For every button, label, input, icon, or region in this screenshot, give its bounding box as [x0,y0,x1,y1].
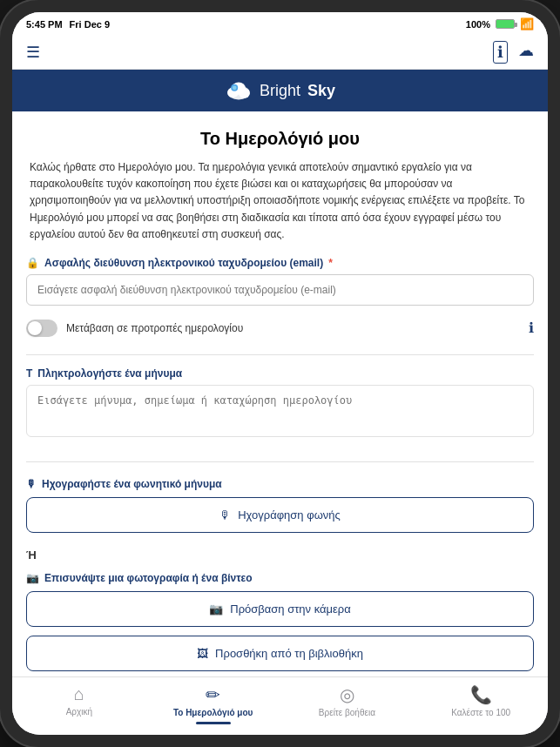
gallery-icon: 🖼 [197,647,208,660]
cloud-nav-icon[interactable]: ☁ [518,41,534,64]
toggle-section: Μετάβαση σε προτροπές ημερολογίου ℹ [12,316,548,340]
diary-icon: ✏ [206,684,220,705]
or-label: Ή [26,548,37,562]
info-nav-icon[interactable]: ℹ [493,41,508,64]
tab-bar: ⌂ Αρχική ✏ Το Ημερολόγιό μου ◎ Βρείτε βο… [12,676,548,735]
message-label: T Πληκτρολογήστε ένα μήνυμα [26,367,534,380]
or-divider: Ή [12,542,548,569]
tab-home[interactable]: ⌂ Αρχική [12,684,146,724]
home-icon: ⌂ [74,684,84,704]
tab-help[interactable]: ◎ Βρείτε βοήθεια [280,684,415,724]
required-marker: * [328,257,333,269]
photo-section-label: Επισυνάψτε μια φωτογραφία ή ένα βίντεο [44,572,253,584]
photo-icon: 📷 [26,572,39,584]
text-icon: T [26,367,32,380]
status-left: 5:45 PM Fri Dec 9 [26,19,110,30]
photo-section: 📷 Πρόσβαση στην κάμερα 🖼 Προσθήκη από τη… [12,591,548,671]
divider-1 [26,354,534,355]
email-label: 🔒 Ασφαλής διεύθυνση ηλεκτρονικού ταχυδρο… [26,257,534,269]
toggle-row: Μετάβαση σε προτροπές ημερολογίου ℹ [26,316,534,340]
gallery-button-label: Προσθήκη από τη βιβλιοθήκη [215,647,363,660]
hamburger-icon[interactable]: ☰ [26,43,40,62]
svg-point-5 [233,85,237,90]
intro-text: Καλώς ήρθατε στο Ημερολόγιο μου. Τα ημερ… [12,159,548,257]
audio-section-label: Ηχογραφήστε ένα φωνητικό μήνυμα [42,478,222,490]
email-icon: 🔒 [26,257,39,269]
tab-call[interactable]: 📞 Καλέστε το 100 [414,684,548,724]
tab-help-label: Βρείτε βοήθεια [319,708,375,717]
logo-cloud-icon [225,80,253,101]
audio-section-label-row: 🎙 Ηχογραφήστε ένα φωνητικό μήνυμα [12,474,548,497]
photo-section-label-row: 📷 Επισυνάψτε μια φωτογραφία ή ένα βίντεο [12,569,548,591]
call-icon: 📞 [470,684,492,705]
battery-fill [496,20,514,28]
nav-icons: ℹ ☁ [493,41,534,64]
audio-section: 🎙 Ηχογράφηση φωνής [12,497,548,533]
email-input[interactable] [26,274,534,306]
audio-button-label: Ηχογράφηση φωνής [238,508,341,522]
tab-call-label: Καλέστε το 100 [451,708,510,717]
toggle-label: Μετάβαση σε προτροπές ημερολογίου [66,322,520,334]
camera-button-label: Πρόσβαση στην κάμερα [230,602,350,616]
divider-2 [26,461,534,462]
camera-button[interactable]: 📷 Πρόσβαση στην κάμερα [26,591,534,627]
tab-diary-label: Το Ημερολόγιό μου [173,708,253,717]
app-logo: Bright Sky [225,80,335,101]
wifi-icon: 📶 [520,17,534,30]
status-bar: 5:45 PM Fri Dec 9 100% 📶 [12,12,548,36]
mic-button-icon: 🎙 [219,508,231,522]
date: Fri Dec 9 [70,19,110,30]
message-section: T Πληκτρολογήστε ένα μήνυμα [12,367,548,454]
battery-percent: 100% [466,19,490,30]
app-header: Bright Sky [12,70,548,111]
page-title: Το Ημερολόγιό μου [12,111,548,159]
device-frame: 5:45 PM Fri Dec 9 100% 📶 ☰ ℹ ☁ [0,0,560,747]
tab-diary[interactable]: ✏ Το Ημερολόγιό μου [146,684,280,724]
gallery-button[interactable]: 🖼 Προσθήκη από τη βιβλιοθήκη [26,636,534,671]
toggle-knob [28,321,42,335]
tab-active-indicator [196,722,231,724]
battery-icon [496,19,515,29]
diary-toggle[interactable] [26,320,57,337]
help-icon: ◎ [340,684,354,705]
camera-icon: 📷 [209,602,223,616]
toggle-info-icon[interactable]: ℹ [529,320,534,336]
mic-icon: 🎙 [26,478,37,490]
logo-text-bright: Bright [260,82,300,100]
logo-text-sky: Sky [307,82,335,100]
screen: 5:45 PM Fri Dec 9 100% 📶 ☰ ℹ ☁ [12,12,548,735]
tab-home-label: Αρχική [66,707,92,717]
main-content: Το Ημερολόγιό μου Καλώς ήρθατε στο Ημερο… [12,111,548,676]
message-textarea[interactable] [26,385,534,437]
status-right: 100% 📶 [466,17,534,30]
nav-bar: ☰ ℹ ☁ [12,36,548,70]
email-section: 🔒 Ασφαλής διεύθυνση ηλεκτρονικού ταχυδρο… [12,257,548,316]
time: 5:45 PM [26,19,63,30]
audio-record-button[interactable]: 🎙 Ηχογράφηση φωνής [26,497,534,533]
